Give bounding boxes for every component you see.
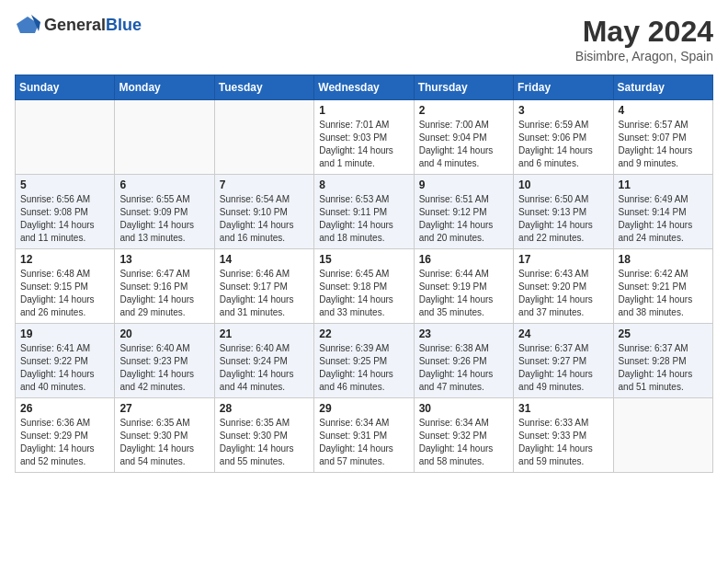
day-info: Sunrise: 6:37 AM Sunset: 9:28 PM Dayligh… [619, 342, 708, 394]
day-number: 27 [119, 402, 209, 415]
day-number: 25 [619, 327, 708, 340]
calendar-day-27: 27Sunrise: 6:35 AM Sunset: 9:30 PM Dayli… [115, 398, 214, 473]
day-number: 2 [419, 104, 508, 117]
calendar-day-21: 21Sunrise: 6:40 AM Sunset: 9:24 PM Dayli… [214, 324, 313, 398]
day-info: Sunrise: 6:38 AM Sunset: 9:26 PM Dayligh… [419, 342, 508, 394]
calendar-week-row: 19Sunrise: 6:41 AM Sunset: 9:22 PM Dayli… [16, 324, 713, 398]
day-info: Sunrise: 6:51 AM Sunset: 9:12 PM Dayligh… [419, 193, 508, 245]
logo-blue: Blue [106, 16, 142, 34]
day-info: Sunrise: 6:48 AM Sunset: 9:15 PM Dayligh… [20, 268, 109, 319]
day-info: Sunrise: 6:56 AM Sunset: 9:08 PM Dayligh… [20, 193, 109, 245]
day-number: 12 [20, 253, 109, 266]
day-info: Sunrise: 6:36 AM Sunset: 9:29 PM Dayligh… [20, 417, 109, 468]
day-info: Sunrise: 7:00 AM Sunset: 9:04 PM Dayligh… [419, 119, 508, 170]
calendar-day-empty [214, 100, 313, 175]
day-info: Sunrise: 6:33 AM Sunset: 9:33 PM Dayligh… [518, 417, 608, 468]
day-info: Sunrise: 6:41 AM Sunset: 9:22 PM Dayligh… [20, 342, 109, 394]
calendar-day-6: 6Sunrise: 6:55 AM Sunset: 9:09 PM Daylig… [115, 175, 214, 249]
col-header-sunday: Sunday [16, 75, 115, 100]
day-number: 9 [419, 178, 508, 191]
calendar-week-row: 12Sunrise: 6:48 AM Sunset: 9:15 PM Dayli… [16, 249, 713, 324]
day-info: Sunrise: 6:43 AM Sunset: 9:20 PM Dayligh… [518, 268, 608, 319]
calendar-day-25: 25Sunrise: 6:37 AM Sunset: 9:28 PM Dayli… [613, 324, 712, 398]
calendar-day-26: 26Sunrise: 6:36 AM Sunset: 9:29 PM Dayli… [16, 398, 115, 473]
day-info: Sunrise: 6:35 AM Sunset: 9:30 PM Dayligh… [220, 417, 309, 468]
calendar-table: SundayMondayTuesdayWednesdayThursdayFrid… [15, 75, 713, 473]
day-number: 30 [419, 402, 508, 415]
day-number: 15 [319, 253, 408, 266]
day-info: Sunrise: 6:47 AM Sunset: 9:16 PM Dayligh… [119, 268, 209, 319]
calendar-day-11: 11Sunrise: 6:49 AM Sunset: 9:14 PM Dayli… [613, 175, 712, 249]
day-number: 4 [619, 104, 708, 117]
calendar-day-22: 22Sunrise: 6:39 AM Sunset: 9:25 PM Dayli… [314, 324, 414, 398]
day-info: Sunrise: 6:59 AM Sunset: 9:06 PM Dayligh… [518, 119, 608, 170]
calendar-week-row: 1Sunrise: 7:01 AM Sunset: 9:03 PM Daylig… [16, 100, 713, 175]
calendar-day-10: 10Sunrise: 6:50 AM Sunset: 9:13 PM Dayli… [514, 175, 613, 249]
logo-general: General [44, 16, 106, 34]
calendar-day-17: 17Sunrise: 6:43 AM Sunset: 9:20 PM Dayli… [514, 249, 613, 324]
calendar-day-5: 5Sunrise: 6:56 AM Sunset: 9:08 PM Daylig… [16, 175, 115, 249]
calendar-day-13: 13Sunrise: 6:47 AM Sunset: 9:16 PM Dayli… [115, 249, 214, 324]
calendar-day-1: 1Sunrise: 7:01 AM Sunset: 9:03 PM Daylig… [314, 100, 414, 175]
calendar-day-empty [115, 100, 214, 175]
col-header-wednesday: Wednesday [314, 75, 414, 100]
calendar-day-empty [613, 398, 712, 473]
day-number: 29 [319, 402, 408, 415]
calendar-day-2: 2Sunrise: 7:00 AM Sunset: 9:04 PM Daylig… [414, 100, 513, 175]
calendar-day-31: 31Sunrise: 6:33 AM Sunset: 9:33 PM Dayli… [514, 398, 613, 473]
calendar-day-8: 8Sunrise: 6:53 AM Sunset: 9:11 PM Daylig… [314, 175, 414, 249]
day-info: Sunrise: 6:53 AM Sunset: 9:11 PM Dayligh… [319, 193, 408, 245]
day-number: 1 [319, 104, 408, 117]
day-info: Sunrise: 6:49 AM Sunset: 9:14 PM Dayligh… [619, 193, 708, 245]
day-number: 10 [518, 178, 608, 191]
calendar-week-row: 26Sunrise: 6:36 AM Sunset: 9:29 PM Dayli… [16, 398, 713, 473]
calendar-day-24: 24Sunrise: 6:37 AM Sunset: 9:27 PM Dayli… [514, 324, 613, 398]
calendar-day-7: 7Sunrise: 6:54 AM Sunset: 9:10 PM Daylig… [214, 175, 313, 249]
calendar-week-row: 5Sunrise: 6:56 AM Sunset: 9:08 PM Daylig… [16, 175, 713, 249]
calendar-day-14: 14Sunrise: 6:46 AM Sunset: 9:17 PM Dayli… [214, 249, 313, 324]
calendar-title: May 2024 [575, 15, 713, 49]
calendar-day-29: 29Sunrise: 6:34 AM Sunset: 9:31 PM Dayli… [314, 398, 414, 473]
calendar-header-row: SundayMondayTuesdayWednesdayThursdayFrid… [16, 75, 713, 100]
day-number: 21 [220, 327, 309, 340]
day-number: 11 [619, 178, 708, 191]
day-number: 8 [319, 178, 408, 191]
col-header-tuesday: Tuesday [214, 75, 313, 100]
day-info: Sunrise: 6:34 AM Sunset: 9:31 PM Dayligh… [319, 417, 408, 468]
col-header-thursday: Thursday [414, 75, 513, 100]
calendar-day-30: 30Sunrise: 6:34 AM Sunset: 9:32 PM Dayli… [414, 398, 513, 473]
calendar-day-19: 19Sunrise: 6:41 AM Sunset: 9:22 PM Dayli… [16, 324, 115, 398]
day-number: 3 [518, 104, 608, 117]
day-number: 24 [518, 327, 608, 340]
calendar-day-16: 16Sunrise: 6:44 AM Sunset: 9:19 PM Dayli… [414, 249, 513, 324]
calendar-day-3: 3Sunrise: 6:59 AM Sunset: 9:06 PM Daylig… [514, 100, 613, 175]
day-number: 13 [119, 253, 209, 266]
day-info: Sunrise: 6:40 AM Sunset: 9:23 PM Dayligh… [119, 342, 209, 394]
day-info: Sunrise: 6:46 AM Sunset: 9:17 PM Dayligh… [220, 268, 309, 319]
calendar-day-18: 18Sunrise: 6:42 AM Sunset: 9:21 PM Dayli… [613, 249, 712, 324]
day-info: Sunrise: 6:34 AM Sunset: 9:32 PM Dayligh… [419, 417, 508, 468]
day-number: 20 [119, 327, 209, 340]
calendar-day-20: 20Sunrise: 6:40 AM Sunset: 9:23 PM Dayli… [115, 324, 214, 398]
day-info: Sunrise: 6:39 AM Sunset: 9:25 PM Dayligh… [319, 342, 408, 394]
day-info: Sunrise: 6:35 AM Sunset: 9:30 PM Dayligh… [119, 417, 209, 468]
day-number: 28 [220, 402, 309, 415]
location-title: Bisimbre, Aragon, Spain [575, 49, 713, 63]
day-number: 17 [518, 253, 608, 266]
day-number: 22 [319, 327, 408, 340]
calendar-day-23: 23Sunrise: 6:38 AM Sunset: 9:26 PM Dayli… [414, 324, 513, 398]
day-number: 7 [220, 178, 309, 191]
day-info: Sunrise: 6:40 AM Sunset: 9:24 PM Dayligh… [220, 342, 309, 394]
day-info: Sunrise: 6:50 AM Sunset: 9:13 PM Dayligh… [518, 193, 608, 245]
day-info: Sunrise: 7:01 AM Sunset: 9:03 PM Dayligh… [319, 119, 408, 170]
page-header: GeneralBlue May 2024 Bisimbre, Aragon, S… [15, 15, 713, 63]
day-info: Sunrise: 6:45 AM Sunset: 9:18 PM Dayligh… [319, 268, 408, 319]
day-number: 31 [518, 402, 608, 415]
day-info: Sunrise: 6:57 AM Sunset: 9:07 PM Dayligh… [619, 119, 708, 170]
day-number: 6 [119, 178, 209, 191]
day-number: 19 [20, 327, 109, 340]
calendar-day-empty [16, 100, 115, 175]
day-info: Sunrise: 6:55 AM Sunset: 9:09 PM Dayligh… [119, 193, 209, 245]
col-header-friday: Friday [514, 75, 613, 100]
day-number: 5 [20, 178, 109, 191]
